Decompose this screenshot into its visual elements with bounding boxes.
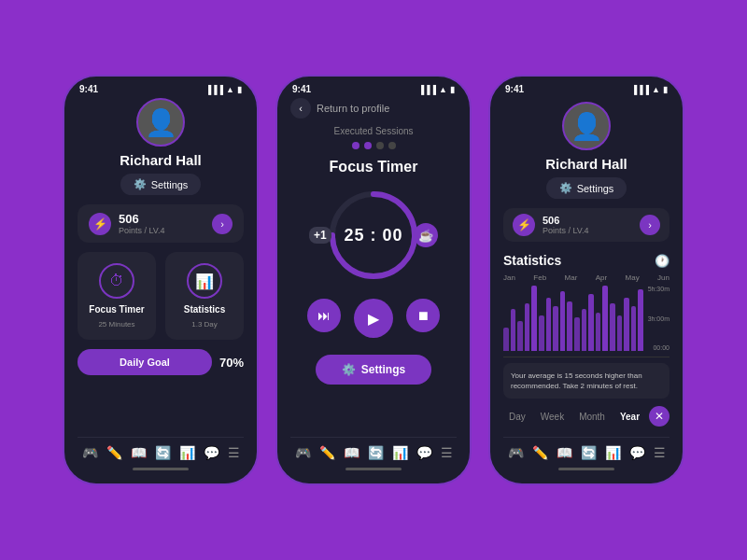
nav-game-2[interactable]: 🎮 (295, 445, 311, 460)
user-name-3: Richard Hall (545, 156, 627, 172)
bar-1 (511, 309, 516, 351)
chevron-right-1[interactable]: › (212, 214, 233, 234)
stats-section: Statistics 🕐 Jan Feb Mar Apr May Jun 5h:… (503, 253, 669, 427)
time-1: 9:41 (79, 84, 98, 94)
feature-card-timer[interactable]: ⏱ Focus Timer 25 Minutes (78, 252, 156, 340)
stats-header: Statistics 🕐 (503, 253, 669, 268)
nav-sync-3[interactable]: 🔄 (581, 445, 597, 460)
settings-label-3: Settings (577, 183, 614, 194)
points-card-1: ⚡ 506 Points / LV.4 › (78, 204, 244, 243)
bar-15 (610, 303, 615, 351)
nav-game-3[interactable]: 🎮 (508, 445, 524, 460)
nav-game-1[interactable]: 🎮 (82, 445, 98, 460)
timer-label: Focus Timer (89, 304, 144, 315)
bar-10 (574, 317, 580, 351)
phone-focus-timer: 9:41 ▐▐▐ ▲ ▮ ‹ Return to profile Execute… (275, 75, 472, 485)
avatar-section-3: 👤 Richard Hall ⚙️ Settings (503, 102, 669, 199)
goal-percent: 70% (219, 356, 244, 370)
wifi-icon-3: ▲ (652, 85, 660, 94)
month-apr: Apr (596, 273, 607, 282)
bar-8 (560, 291, 566, 351)
nav-chart-3[interactable]: 📊 (605, 445, 621, 460)
bar-2 (517, 321, 523, 351)
nav-chat-2[interactable]: 💬 (416, 445, 432, 460)
nav-book-2[interactable]: 📖 (344, 445, 359, 460)
bar-18 (631, 306, 637, 351)
avatar-section-1: 👤 Richard Hall ⚙️ Settings (78, 98, 244, 195)
y-label-bot: 00:00 (648, 344, 669, 351)
bar-0 (503, 328, 509, 351)
settings-label-1: Settings (151, 179, 189, 190)
time-3: 9:41 (505, 84, 524, 94)
timer-ring-container: +1 25 : 00 ☕ (290, 189, 457, 282)
nav-sync-1[interactable]: 🔄 (155, 445, 171, 460)
nav-edit-2[interactable]: ✏️ (319, 445, 335, 460)
nav-menu-3[interactable]: ☰ (654, 445, 666, 460)
bar-14 (602, 286, 608, 351)
bar-17 (624, 298, 629, 351)
chart-divider (503, 357, 669, 357)
y-label-top: 5h:30m (648, 286, 669, 292)
tab-month[interactable]: Month (573, 409, 611, 425)
bar-19 (638, 289, 643, 351)
battery-icon-2: ▮ (450, 85, 455, 94)
nav-book-1[interactable]: 📖 (131, 445, 147, 460)
avatar-1: 👤 (136, 98, 185, 147)
close-period-button[interactable]: ✕ (649, 406, 669, 427)
chart-area: 5h:30m 3h:00m 00:00 (503, 286, 669, 351)
daily-goal-button[interactable]: Daily Goal (78, 349, 212, 375)
dot-3 (376, 142, 384, 149)
nav-menu-2[interactable]: ☰ (441, 445, 453, 460)
signal-icon-3: ▐▐▐ (631, 85, 649, 94)
bar-9 (567, 301, 572, 351)
bar-12 (588, 294, 594, 351)
chart-y-labels: 5h:30m 3h:00m 00:00 (648, 286, 669, 351)
month-mar: Mar (565, 273, 578, 282)
nav-chat-1[interactable]: 💬 (204, 445, 219, 460)
settings-button-3[interactable]: ⚙️ Settings (546, 177, 627, 199)
tip-text: Your average is 15 seconds higher than r… (511, 371, 662, 391)
bar-3 (525, 303, 530, 351)
chevron-right-3[interactable]: › (640, 215, 660, 235)
back-button[interactable]: ‹ (290, 98, 311, 119)
skip-button[interactable]: ⏭ (307, 299, 341, 332)
nav-edit-3[interactable]: ✏️ (532, 445, 548, 460)
phone-statistics: 9:41 ▐▐▐ ▲ ▮ 👤 Richard Hall ⚙️ Settings (488, 75, 684, 485)
session-dots (290, 142, 457, 149)
chart-bars (503, 286, 669, 351)
avatar-3: 👤 (562, 102, 611, 150)
avatar-img-3: 👤 (571, 111, 603, 142)
y-label-mid: 3h:00m (648, 315, 669, 322)
nav-chat-3[interactable]: 💬 (629, 445, 645, 460)
time-2: 9:41 (292, 84, 311, 94)
focus-timer-title: Focus Timer (290, 159, 457, 175)
user-name-1: Richard Hall (120, 152, 202, 168)
bar-16 (617, 315, 623, 351)
timer-settings-button[interactable]: ⚙️ Settings (316, 355, 431, 385)
nav-book-3[interactable]: 📖 (557, 445, 572, 460)
tab-week[interactable]: Week (535, 409, 570, 425)
points-sub-1: Points / LV.4 (119, 226, 165, 235)
nav-chart-1[interactable]: 📊 (179, 445, 195, 460)
dot-2 (364, 142, 372, 149)
play-button[interactable]: ▶ (354, 299, 393, 338)
feature-card-stats[interactable]: 📊 Statistics 1.3 Day (165, 252, 244, 340)
tip-card: Your average is 15 seconds higher than r… (503, 363, 669, 399)
wifi-icon-2: ▲ (439, 85, 447, 94)
gear-icon-1: ⚙️ (134, 178, 147, 190)
phone-profile: 9:41 ▐▐▐ ▲ ▮ 👤 Richard Hall ⚙️ Settings (63, 75, 259, 485)
tab-year[interactable]: Year (614, 409, 645, 425)
stats-label: Statistics (184, 304, 225, 315)
nav-chart-2[interactable]: 📊 (392, 445, 408, 460)
month-may: May (626, 273, 640, 282)
settings-button-1[interactable]: ⚙️ Settings (120, 174, 202, 195)
clock-icon: 🕐 (655, 254, 669, 268)
nav-sync-2[interactable]: 🔄 (368, 445, 384, 460)
stop-button[interactable]: ⏹ (406, 299, 440, 332)
nav-menu-1[interactable]: ☰ (228, 445, 240, 460)
coffee-icon: ☕ (414, 223, 438, 247)
tab-day[interactable]: Day (503, 409, 531, 425)
status-bar-1: 9:41 ▐▐▐ ▲ ▮ (64, 77, 257, 98)
status-icons-1: ▐▐▐ ▲ ▮ (205, 85, 242, 94)
nav-edit-1[interactable]: ✏️ (106, 445, 122, 460)
